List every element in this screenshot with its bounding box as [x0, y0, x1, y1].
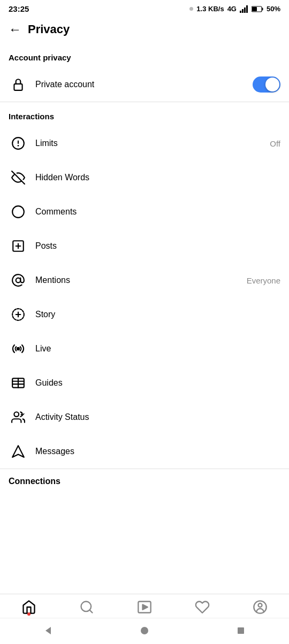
system-back-button[interactable] — [40, 623, 56, 639]
svg-rect-37 — [238, 627, 244, 634]
system-home-button[interactable] — [136, 623, 153, 639]
interactions-section-label: Interactions — [0, 102, 289, 126]
page-header: ← Privacy — [0, 16, 289, 43]
posts-label: Posts — [35, 241, 280, 251]
activity-status-icon — [9, 408, 28, 427]
system-recent-button[interactable] — [233, 623, 249, 639]
svg-point-16 — [16, 278, 21, 283]
messages-row[interactable]: Messages — [0, 434, 289, 469]
private-account-label: Private account — [35, 80, 253, 89]
svg-point-36 — [141, 627, 148, 634]
network-type: 4G — [227, 5, 237, 13]
svg-rect-3 — [246, 5, 248, 13]
status-right: 1.3 KB/s 4G 50% — [189, 5, 280, 13]
story-row[interactable]: Story — [0, 297, 289, 332]
home-dot — [27, 612, 31, 616]
private-account-row[interactable]: Private account — [0, 67, 289, 102]
account-privacy-section-label: Account privacy — [0, 43, 289, 67]
svg-marker-35 — [45, 627, 51, 634]
battery-icon — [252, 6, 263, 12]
data-speed: 1.3 KB/s — [196, 5, 224, 13]
status-bar: 23:25 1.3 KB/s 4G 50% — [0, 0, 289, 16]
story-icon — [9, 305, 28, 324]
svg-marker-28 — [12, 446, 24, 457]
svg-rect-7 — [14, 84, 22, 90]
nav-home[interactable] — [21, 600, 36, 615]
back-triangle-icon — [43, 626, 53, 635]
svg-rect-2 — [244, 7, 246, 13]
svg-point-12 — [12, 206, 24, 218]
activity-status-label: Activity Status — [35, 412, 280, 422]
nav-likes[interactable] — [195, 600, 210, 615]
nav-reels[interactable] — [137, 600, 152, 615]
guides-row[interactable]: Guides — [0, 366, 289, 400]
messages-label: Messages — [35, 447, 280, 456]
signal-icon — [240, 5, 248, 13]
svg-rect-1 — [242, 9, 244, 13]
page-title: Privacy — [28, 22, 70, 36]
nav-icons — [0, 594, 289, 618]
comments-label: Comments — [35, 207, 280, 217]
recent-square-icon — [237, 627, 245, 634]
home-circle-icon — [140, 626, 149, 635]
guides-icon — [9, 373, 28, 393]
hidden-words-label: Hidden Words — [35, 173, 280, 182]
nav-search[interactable] — [79, 600, 94, 615]
live-icon — [9, 339, 28, 358]
svg-rect-0 — [240, 11, 241, 13]
mentions-value: Everyone — [247, 276, 280, 285]
back-button[interactable]: ← — [9, 22, 21, 37]
toggle-knob — [265, 78, 279, 91]
activity-status-row[interactable]: Activity Status — [0, 400, 289, 434]
svg-line-30 — [89, 610, 92, 612]
live-label: Live — [35, 344, 280, 354]
guides-label: Guides — [35, 378, 280, 388]
svg-point-20 — [17, 348, 19, 350]
lock-icon — [9, 75, 28, 94]
svg-marker-32 — [143, 604, 148, 609]
posts-icon — [9, 236, 28, 256]
status-time: 23:25 — [9, 4, 29, 13]
bottom-nav — [0, 594, 289, 644]
svg-rect-5 — [262, 7, 263, 10]
svg-point-27 — [14, 412, 19, 417]
data-indicator — [189, 7, 193, 11]
battery-level: 50% — [267, 5, 280, 13]
hidden-words-icon — [9, 168, 28, 187]
limits-icon — [9, 134, 28, 153]
hidden-words-row[interactable]: Hidden Words — [0, 160, 289, 195]
mentions-row[interactable]: Mentions Everyone — [0, 263, 289, 297]
connections-section-label: Connections — [0, 469, 289, 489]
svg-rect-6 — [252, 7, 257, 11]
heart-icon — [195, 600, 210, 615]
story-label: Story — [35, 310, 280, 319]
posts-row[interactable]: Posts — [0, 229, 289, 263]
reels-icon — [137, 600, 152, 615]
nav-profile[interactable] — [253, 600, 268, 615]
messages-icon — [9, 442, 28, 461]
system-nav — [0, 618, 289, 644]
svg-point-34 — [258, 603, 262, 607]
limits-value: Off — [270, 139, 280, 148]
mentions-label: Mentions — [35, 275, 242, 285]
private-account-toggle[interactable] — [253, 76, 280, 93]
limits-row[interactable]: Limits Off — [0, 126, 289, 160]
live-row[interactable]: Live — [0, 332, 289, 366]
profile-icon — [253, 600, 268, 615]
mentions-icon — [9, 271, 28, 290]
comments-icon — [9, 202, 28, 221]
comments-row[interactable]: Comments — [0, 195, 289, 229]
search-icon — [79, 600, 94, 615]
limits-label: Limits — [35, 139, 265, 148]
